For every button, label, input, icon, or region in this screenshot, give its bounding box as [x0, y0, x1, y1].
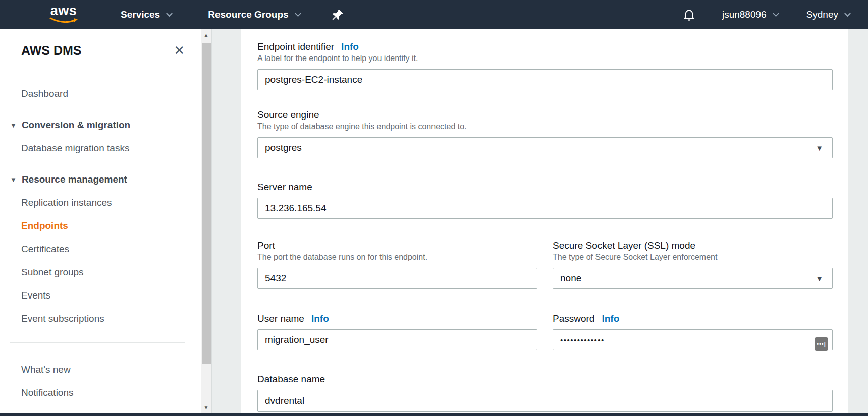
notifications-bell-button[interactable]	[682, 8, 696, 22]
sidebar-item-label: What's new	[21, 364, 71, 375]
sidebar-item-label: Certificates	[21, 244, 69, 255]
dropdown-arrow-icon: ▼	[816, 144, 823, 152]
sidebar-item-events[interactable]: Events	[0, 284, 201, 307]
sidebar-item-replication-instances[interactable]: Replication instances	[0, 191, 201, 214]
triangle-down-icon: ▼	[10, 176, 17, 184]
source-engine-label: Source engine	[257, 109, 319, 121]
endpoint-identifier-input[interactable]	[257, 69, 833, 90]
services-menu-label: Services	[121, 9, 160, 20]
endpoint-identifier-label: Endpoint identifier	[257, 41, 334, 52]
database-name-label: Database name	[257, 374, 325, 385]
server-name-label: Server name	[257, 182, 312, 193]
chevron-down-icon	[166, 10, 173, 17]
endpoint-form-panel: Endpoint identifier Info A label for the…	[241, 29, 848, 413]
password-reveal-keyboard-icon[interactable]: •••|	[815, 337, 828, 351]
port-input[interactable]	[257, 268, 537, 289]
field-user-name: User name Info	[257, 312, 537, 350]
top-navigation-bar: aws Services Resource Groups jsun88096 S…	[0, 0, 868, 29]
sidebar-item-label: Dashboard	[21, 88, 68, 99]
triangle-down-icon: ▼	[10, 122, 17, 129]
port-description: The port the database runs on for this e…	[257, 253, 537, 264]
source-engine-selected-value: postgres	[265, 142, 302, 153]
field-port: Port The port the database runs on for t…	[257, 239, 537, 289]
sidebar-section-label: Resource management	[22, 174, 127, 185]
sidebar-item-label: Endpoints	[21, 220, 68, 231]
field-source-engine: Source engine The type of database engin…	[257, 108, 833, 158]
scrollbar-thumb[interactable]	[202, 43, 211, 364]
services-menu[interactable]: Services	[121, 9, 172, 20]
user-name-label: User name	[257, 313, 304, 324]
row-username-password: User name Info Password Info •••|	[257, 312, 833, 350]
endpoint-identifier-info-link[interactable]: Info	[341, 41, 359, 52]
sidebar-item-label: Event subscriptions	[21, 313, 104, 324]
dms-sidebar: AWS DMS ✕ Dashboard ▼ Conversion & migra…	[0, 29, 201, 413]
sidebar-item-dashboard[interactable]: Dashboard	[0, 82, 201, 105]
password-info-link[interactable]: Info	[602, 313, 619, 324]
sidebar-title: AWS DMS	[21, 43, 81, 58]
resource-groups-menu-label: Resource Groups	[208, 9, 288, 20]
pushpin-icon	[332, 8, 344, 21]
field-password: Password Info •••|	[553, 312, 833, 350]
sidebar-item-label: Notifications	[21, 387, 74, 398]
user-name-info-link[interactable]: Info	[311, 313, 329, 324]
close-icon[interactable]: ✕	[174, 44, 185, 57]
ssl-mode-label: Secure Socket Layer (SSL) mode	[553, 240, 695, 251]
sidebar-item-label: Replication instances	[21, 197, 112, 208]
ssl-mode-description: The type of Secure Socket Layer enforcem…	[553, 253, 833, 264]
server-name-input[interactable]	[257, 198, 833, 219]
sidebar-header: AWS DMS ✕	[0, 29, 201, 72]
password-label: Password	[553, 313, 594, 324]
source-engine-select[interactable]: postgres ▼	[257, 137, 833, 158]
password-input[interactable]	[553, 329, 833, 350]
aws-smile-icon	[49, 17, 78, 25]
keyboard-dots-glyph: •••|	[817, 341, 826, 347]
field-ssl-mode: Secure Socket Layer (SSL) mode The type …	[553, 239, 833, 289]
account-username: jsun88096	[722, 9, 767, 20]
sidebar-section-resource-management[interactable]: ▼ Resource management	[0, 168, 201, 191]
aws-logo-text: aws	[50, 5, 77, 17]
field-server-name: Server name	[257, 181, 833, 219]
region-name: Sydney	[806, 9, 838, 20]
sidebar-item-label: Subnet groups	[21, 267, 84, 278]
field-database-name: Database name	[257, 373, 833, 412]
sidebar-section-conversion-migration[interactable]: ▼ Conversion & migration	[0, 113, 201, 137]
aws-logo[interactable]: aws	[47, 5, 80, 25]
field-endpoint-identifier: Endpoint identifier Info A label for the…	[257, 40, 833, 90]
main-content-area: Endpoint identifier Info A label for the…	[212, 29, 868, 413]
sidebar-item-endpoints[interactable]: Endpoints	[0, 214, 201, 237]
sidebar-scrollbar[interactable]: ▲ ▼	[201, 29, 212, 413]
sidebar-item-subnet-groups[interactable]: Subnet groups	[0, 261, 201, 284]
chevron-down-icon	[295, 10, 301, 17]
ssl-mode-select[interactable]: none ▼	[553, 268, 833, 289]
sidebar-section-label: Conversion & migration	[22, 120, 130, 131]
row-port-ssl: Port The port the database runs on for t…	[257, 239, 833, 289]
sidebar-item-certificates[interactable]: Certificates	[0, 237, 201, 261]
region-selector[interactable]: Sydney	[806, 9, 850, 20]
sidebar-item-database-migration-tasks[interactable]: Database migration tasks	[0, 137, 201, 160]
pin-shortcut-button[interactable]	[332, 8, 344, 21]
dropdown-arrow-icon: ▼	[816, 274, 823, 283]
port-label: Port	[257, 240, 275, 251]
bell-icon	[682, 8, 696, 22]
sidebar-item-event-subscriptions[interactable]: Event subscriptions	[0, 307, 201, 330]
chevron-down-icon	[844, 10, 851, 17]
sidebar-divider	[10, 342, 185, 343]
app-body: AWS DMS ✕ Dashboard ▼ Conversion & migra…	[0, 29, 868, 413]
user-name-input[interactable]	[257, 329, 537, 350]
scroll-up-icon[interactable]: ▲	[201, 32, 211, 38]
source-engine-description: The type of database engine this endpoin…	[257, 122, 833, 133]
sidebar-item-notifications[interactable]: Notifications	[0, 381, 201, 404]
scroll-down-icon[interactable]: ▼	[201, 405, 211, 410]
account-menu[interactable]: jsun88096	[722, 9, 778, 20]
window-bottom-edge	[0, 413, 868, 416]
sidebar-item-label: Database migration tasks	[21, 143, 129, 154]
sidebar-item-whats-new[interactable]: What's new	[0, 358, 201, 381]
sidebar-item-label: Events	[21, 290, 50, 301]
endpoint-identifier-description: A label for the endpoint to help you ide…	[257, 54, 833, 65]
resource-groups-menu[interactable]: Resource Groups	[208, 9, 300, 20]
chevron-down-icon	[773, 10, 779, 17]
database-name-input[interactable]	[257, 390, 833, 412]
sidebar-nav: Dashboard ▼ Conversion & migration Datab…	[0, 72, 201, 404]
ssl-mode-selected-value: none	[560, 273, 581, 284]
